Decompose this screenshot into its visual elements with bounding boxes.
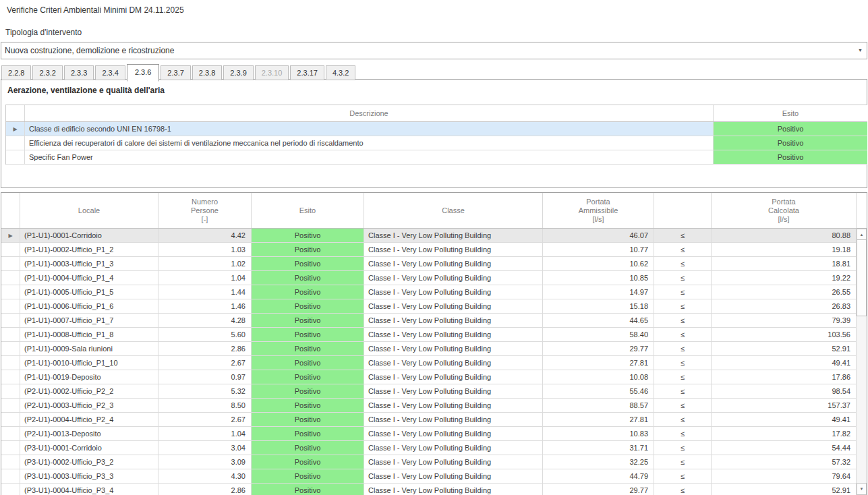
row-indicator-cell[interactable] (1, 299, 20, 314)
cell-locale[interactable]: (P1-U1)-0008-Ufficio_P1_8 (20, 328, 158, 342)
cell-esito[interactable]: Positivo (252, 257, 364, 271)
cell-esito[interactable]: Positivo (252, 314, 364, 328)
cell-portata-calcolata[interactable]: 80.88 (712, 229, 857, 243)
cell-esito[interactable]: Positivo (252, 299, 364, 314)
cell-esito[interactable]: Positivo (252, 399, 364, 413)
cell-portata-ammissibile[interactable]: 15.18 (543, 299, 654, 314)
row-indicator-cell[interactable] (1, 441, 20, 455)
cell-portata-ammissibile[interactable]: 44.79 (543, 469, 654, 484)
criteria-row[interactable]: Specific Fan PowerPositivo (6, 150, 867, 165)
cell-portata-calcolata[interactable]: 54.44 (712, 441, 857, 455)
cell-locale[interactable]: (P1-U1)-0001-Corridoio (20, 229, 158, 243)
locale-row[interactable]: (P1-U1)-0006-Ufficio_P1_61.46PositivoCla… (1, 299, 867, 314)
cell-classe[interactable]: Classe I - Very Low Polluting Building (364, 271, 543, 285)
cell-classe[interactable]: Classe I - Very Low Polluting Building (364, 370, 543, 384)
cell-comparatore[interactable]: ≤ (654, 243, 712, 257)
cell-portata-ammissibile[interactable]: 46.07 (543, 229, 654, 243)
cell-numero-persone[interactable]: 5.60 (158, 328, 252, 342)
cell-esito[interactable]: Positivo (252, 455, 364, 469)
cell-esito[interactable]: Positivo (252, 356, 364, 370)
row-indicator-cell[interactable] (1, 455, 20, 469)
cell-locale[interactable]: (P1-U1)-0010-Ufficio_P1_10 (20, 356, 158, 370)
scrollbar-thumb[interactable] (857, 239, 867, 316)
cell-comparatore[interactable]: ≤ (654, 427, 712, 441)
column-header-numero-persone[interactable]: NumeroPersone[-] (158, 193, 252, 228)
locale-row[interactable]: (P3-U1)-0001-Corridoio3.04PositivoClasse… (1, 441, 867, 455)
cell-classe[interactable]: Classe I - Very Low Polluting Building (364, 455, 543, 469)
locale-row[interactable]: (P1-U1)-0010-Ufficio_P1_102.67PositivoCl… (1, 356, 867, 370)
cell-locale[interactable]: (P1-U1)-0009-Sala riunioni (20, 342, 158, 356)
tab-2.3.10[interactable]: 2.3.10 (255, 65, 289, 80)
tab-4.3.2[interactable]: 4.3.2 (326, 65, 355, 80)
cell-numero-persone[interactable]: 4.30 (158, 469, 252, 484)
tab-2.3.3[interactable]: 2.3.3 (64, 65, 94, 80)
cell-portata-ammissibile[interactable]: 32.25 (543, 455, 654, 469)
column-header-comparatore[interactable] (654, 193, 712, 228)
cell-comparatore[interactable]: ≤ (654, 399, 712, 413)
cell-portata-calcolata[interactable]: 52.91 (712, 484, 857, 495)
criteria-row[interactable]: ▶Classe di edificio secondo UNI EN 16798… (6, 122, 867, 136)
cell-classe[interactable]: Classe I - Very Low Polluting Building (364, 243, 543, 257)
cell-classe[interactable]: Classe I - Very Low Polluting Building (364, 314, 543, 328)
cell-portata-ammissibile[interactable]: 29.77 (543, 342, 654, 356)
cell-numero-persone[interactable]: 2.67 (158, 413, 252, 427)
row-indicator-cell[interactable] (1, 285, 20, 299)
cell-comparatore[interactable]: ≤ (654, 413, 712, 427)
cell-classe[interactable]: Classe I - Very Low Polluting Building (364, 441, 543, 455)
cell-numero-persone[interactable]: 1.02 (158, 257, 252, 271)
cell-portata-calcolata[interactable]: 57.32 (712, 455, 857, 469)
cell-locale[interactable]: (P1-U1)-0007-Ufficio_P1_7 (20, 314, 158, 328)
cell-locale[interactable]: (P1-U1)-0004-Ufficio_P1_4 (20, 271, 158, 285)
cell-comparatore[interactable]: ≤ (654, 469, 712, 484)
cell-classe[interactable]: Classe I - Very Low Polluting Building (364, 469, 543, 484)
cell-portata-ammissibile[interactable]: 10.08 (543, 370, 654, 384)
cell-portata-ammissibile[interactable]: 55.46 (543, 384, 654, 399)
row-indicator-cell[interactable] (1, 356, 20, 370)
cell-portata-ammissibile[interactable]: 10.77 (543, 243, 654, 257)
cell-locale[interactable]: (P2-U1)-0004-Ufficio_P2_4 (20, 413, 158, 427)
tab-2.3.9[interactable]: 2.3.9 (223, 65, 253, 80)
cell-locale[interactable]: (P1-U1)-0002-Ufficio_P1_2 (20, 243, 158, 257)
row-indicator-cell[interactable] (1, 342, 20, 356)
cell-esito[interactable]: Positivo (252, 285, 364, 299)
cell-classe[interactable]: Classe I - Very Low Polluting Building (364, 356, 543, 370)
row-indicator-cell[interactable] (1, 243, 20, 257)
locale-row[interactable]: (P1-U1)-0002-Ufficio_P1_21.03PositivoCla… (1, 243, 867, 257)
column-header-portata-ammissibile[interactable]: PortataAmmissibile[l/s] (543, 193, 654, 228)
cell-esito[interactable]: Positivo (714, 136, 867, 150)
row-indicator-cell[interactable] (1, 370, 20, 384)
cell-classe[interactable]: Classe I - Very Low Polluting Building (364, 484, 543, 495)
cell-esito[interactable]: Positivo (252, 441, 364, 455)
cell-numero-persone[interactable]: 8.50 (158, 399, 252, 413)
cell-portata-calcolata[interactable]: 26.83 (712, 299, 857, 314)
cell-portata-ammissibile[interactable]: 31.71 (543, 441, 654, 455)
cell-esito[interactable]: Positivo (252, 427, 364, 441)
row-indicator-cell[interactable] (1, 384, 20, 399)
cell-numero-persone[interactable]: 2.86 (158, 484, 252, 495)
cell-locale[interactable]: (P2-U1)-0002-Ufficio_P2_2 (20, 384, 158, 399)
row-indicator-cell[interactable]: ▶ (1, 229, 20, 243)
cell-esito[interactable]: Positivo (252, 384, 364, 399)
cell-numero-persone[interactable]: 1.04 (158, 427, 252, 441)
cell-numero-persone[interactable]: 0.97 (158, 370, 252, 384)
cell-numero-persone[interactable]: 2.67 (158, 356, 252, 370)
locale-row[interactable]: (P1-U1)-0004-Ufficio_P1_41.04PositivoCla… (1, 271, 867, 285)
cell-locale[interactable]: (P1-U1)-0006-Ufficio_P1_6 (20, 299, 158, 314)
tab-2.3.7[interactable]: 2.3.7 (161, 65, 190, 80)
cell-portata-calcolata[interactable]: 103.56 (712, 328, 857, 342)
locale-row[interactable]: ▶(P1-U1)-0001-Corridoio4.42PositivoClass… (1, 229, 867, 243)
locale-row[interactable]: (P3-U1)-0004-Ufficio_P3_42.86PositivoCla… (1, 484, 867, 495)
cell-numero-persone[interactable]: 1.44 (158, 285, 252, 299)
cell-descrizione[interactable]: Efficienza dei recuperatori di calore de… (25, 136, 714, 150)
locale-row[interactable]: (P2-U1)-0004-Ufficio_P2_42.67PositivoCla… (1, 413, 867, 427)
locale-row[interactable]: (P1-U1)-0009-Sala riunioni2.86PositivoCl… (1, 342, 867, 356)
cell-portata-calcolata[interactable]: 17.82 (712, 427, 857, 441)
criteria-row[interactable]: Efficienza dei recuperatori di calore de… (6, 136, 867, 150)
cell-classe[interactable]: Classe I - Very Low Polluting Building (364, 384, 543, 399)
cell-numero-persone[interactable]: 1.04 (158, 271, 252, 285)
cell-classe[interactable]: Classe I - Very Low Polluting Building (364, 342, 543, 356)
cell-portata-calcolata[interactable]: 49.41 (712, 356, 857, 370)
column-header-esito[interactable]: Esito (714, 105, 867, 121)
tab-2.2.8[interactable]: 2.2.8 (1, 65, 31, 80)
column-header-locale[interactable]: Locale (20, 193, 158, 228)
